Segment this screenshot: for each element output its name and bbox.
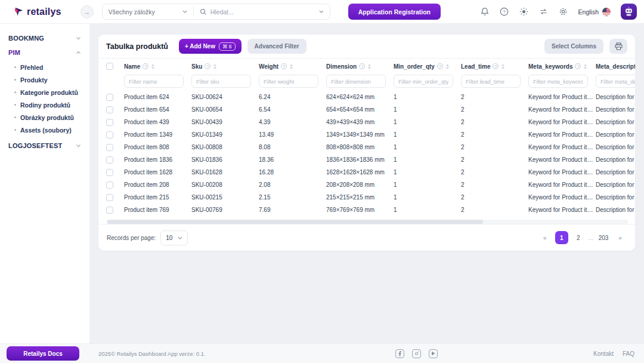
filter-cell xyxy=(124,75,191,88)
cell-weight: 13.49 xyxy=(259,131,326,138)
row-checkbox[interactable] xyxy=(106,94,113,101)
select-columns-button[interactable]: Select Columns xyxy=(544,39,603,54)
column-sort-icon[interactable] xyxy=(213,64,217,69)
filter-input-min_order_qty[interactable] xyxy=(394,75,453,88)
table-row[interactable]: Product item 439SKU-004394.39439×439×439… xyxy=(106,116,635,128)
youtube-icon[interactable] xyxy=(429,349,438,358)
row-checkbox[interactable] xyxy=(106,182,113,189)
user-avatar[interactable] xyxy=(621,4,637,20)
sidebar-section-bookmng[interactable]: BOOKMNG xyxy=(8,31,83,45)
footer-link-faq[interactable]: FAQ xyxy=(623,350,634,357)
footer-link-kontakt[interactable]: Kontakt xyxy=(593,350,614,357)
row-checkbox[interactable] xyxy=(106,131,113,139)
column-header-name: Name? xyxy=(124,63,191,70)
sidebar-section-logjoseftest[interactable]: LOGJOSEFTEST xyxy=(8,139,83,153)
sidebar-collapse-button[interactable]: → xyxy=(80,5,94,19)
filter-input-lead_time[interactable] xyxy=(461,75,521,88)
table-row[interactable]: Product item 654SKU-006546.54654×654×654… xyxy=(106,103,635,116)
language-selector[interactable]: English xyxy=(578,8,611,16)
sidebar-item-kategorie-produkt-[interactable]: Kategorie produktů xyxy=(14,86,83,99)
table-filter-row xyxy=(106,74,635,91)
cell-name: Product item 208 xyxy=(124,182,191,188)
row-checkbox[interactable] xyxy=(106,156,113,164)
cell-name: Product item 769 xyxy=(124,207,191,213)
table-row[interactable]: Product item 808SKU-008088.08808×808×808… xyxy=(106,141,635,153)
filter-cell xyxy=(596,75,635,88)
column-sort-icon[interactable] xyxy=(501,64,505,69)
sidebar-section-pim[interactable]: PIM xyxy=(8,45,83,60)
search-input[interactable] xyxy=(210,8,315,16)
retailys-logo[interactable]: retailys xyxy=(13,6,61,17)
column-help-icon[interactable]: ? xyxy=(281,63,287,69)
print-button[interactable] xyxy=(609,39,627,54)
row-checkbox[interactable] xyxy=(106,144,113,151)
application-registration-button[interactable]: Application Registration xyxy=(348,4,441,20)
settings-gear-icon[interactable] xyxy=(559,7,568,17)
column-sort-icon[interactable] xyxy=(289,64,293,69)
pagination-next-button[interactable]: » xyxy=(614,231,627,244)
filter-input-meta_keywords[interactable] xyxy=(528,75,588,88)
cell-lead_time: 2 xyxy=(461,106,528,113)
table-row[interactable]: Product item 1628SKU-0162816.281628×1628… xyxy=(106,166,635,179)
row-checkbox[interactable] xyxy=(106,106,113,113)
pagination-page-2[interactable]: 2 xyxy=(572,231,585,244)
row-checkbox[interactable] xyxy=(106,207,113,214)
column-help-icon[interactable]: ? xyxy=(143,63,148,69)
pagination-page-203[interactable]: 203 xyxy=(597,231,610,244)
sidebar-item-assets-soubory-[interactable]: Assets (soubory) xyxy=(14,124,83,136)
row-checkbox[interactable] xyxy=(106,119,113,126)
cell-dimension: 439×439×439 mm xyxy=(326,119,394,125)
filter-input-weight[interactable] xyxy=(259,75,318,88)
filter-input-sku[interactable] xyxy=(191,75,251,88)
sidebar-item-produkty[interactable]: Produkty xyxy=(14,73,83,86)
column-help-icon[interactable]: ? xyxy=(437,63,443,69)
table-row[interactable]: Product item 1349SKU-0134913.491349×1349… xyxy=(106,128,635,141)
advanced-filter-button[interactable]: Advanced Filter xyxy=(247,39,306,54)
column-sort-icon[interactable] xyxy=(583,64,587,69)
column-sort-icon[interactable] xyxy=(151,64,155,69)
instagram-icon[interactable] xyxy=(412,349,421,358)
sidebar-item-p-ehled[interactable]: Přehled xyxy=(14,61,83,73)
column-help-icon[interactable]: ? xyxy=(205,63,210,69)
column-sort-icon[interactable] xyxy=(367,64,371,69)
table-row[interactable]: Product item 624SKU-006246.24624×624×624… xyxy=(106,91,635,103)
scrollbar-thumb[interactable] xyxy=(107,220,483,224)
filter-input-dimension[interactable] xyxy=(326,75,386,88)
table-row[interactable]: Product item 1836SKU-0183618.361836×1836… xyxy=(106,153,635,166)
table-row[interactable]: Product item 215SKU-002152.15215×215×215… xyxy=(106,191,635,204)
add-new-button[interactable]: + Add New ⌘ 6 xyxy=(179,39,242,54)
cell-dimension: 654×654×654 mm xyxy=(326,106,394,113)
retailys-docs-button[interactable]: Retailys Docs xyxy=(7,346,79,361)
column-help-icon[interactable]: ? xyxy=(359,63,365,69)
cell-weight: 6.24 xyxy=(259,94,326,100)
column-help-icon[interactable]: ? xyxy=(493,63,499,69)
records-per-page-select[interactable]: 10 xyxy=(160,230,188,245)
notifications-bell-icon[interactable] xyxy=(480,7,490,17)
filter-input-meta_description[interactable] xyxy=(596,75,635,88)
bookmarks-dropdown[interactable]: Všechny záložky xyxy=(103,8,193,16)
sidebar-item-rodiny-produkt-[interactable]: Rodiny produktů xyxy=(14,99,83,111)
search-scope-chevron-icon[interactable] xyxy=(319,10,324,13)
pagination-prev-button[interactable]: « xyxy=(538,231,552,244)
table-row[interactable]: Product item 208SKU-002082.08208×208×208… xyxy=(106,179,635,191)
cell-weight: 6.54 xyxy=(259,106,326,113)
select-all-checkbox[interactable] xyxy=(106,63,113,70)
sidebar-item-obr-zky-produkt-[interactable]: Obrázky produktů xyxy=(14,111,83,124)
row-checkbox[interactable] xyxy=(106,169,113,176)
facebook-icon[interactable] xyxy=(395,349,404,358)
horizontal-scrollbar[interactable] xyxy=(106,220,628,224)
filter-input-name[interactable] xyxy=(124,75,184,88)
sync-refresh-icon[interactable] xyxy=(539,7,549,17)
theme-sun-icon[interactable] xyxy=(519,7,529,17)
sidebar-item-label: Assets (soubory) xyxy=(20,127,72,134)
cell-meta_keywords: Keyword for Product item ... xyxy=(528,194,596,201)
table-row[interactable]: Product item 769SKU-007697.69769×769×769… xyxy=(106,204,635,216)
cell-sku: SKU-00808 xyxy=(191,144,259,150)
column-sort-icon[interactable] xyxy=(445,64,450,69)
column-help-icon[interactable]: ? xyxy=(575,63,581,69)
sidebar-item-label: Rodiny produktů xyxy=(20,101,70,109)
pagination-page-1[interactable]: 1 xyxy=(555,231,568,244)
help-icon[interactable]: ? xyxy=(500,7,509,17)
row-checkbox[interactable] xyxy=(106,194,113,201)
records-per-page-value: 10 xyxy=(166,235,172,241)
